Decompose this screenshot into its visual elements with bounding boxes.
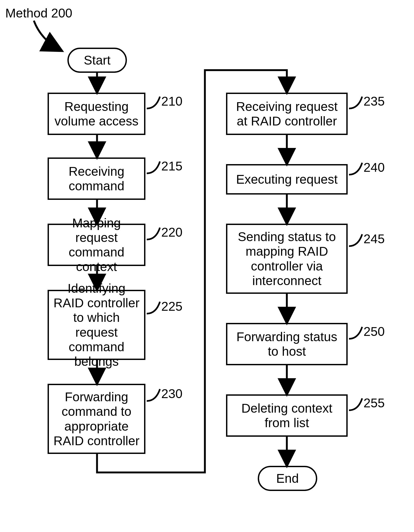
end-terminator: End (258, 466, 317, 491)
step-235: Receiving request at RAID controller (226, 93, 348, 135)
flowchart-canvas: Method 200 Start Requesting volume acces… (0, 0, 414, 532)
start-label: Start (84, 53, 111, 67)
step-210-num: 210 (161, 94, 182, 109)
step-210-text: Requesting volume access (52, 99, 141, 128)
step-240-text: Executing request (236, 172, 338, 187)
step-210: Requesting volume access (48, 93, 145, 135)
step-245: Sending status to mapping RAID controlle… (226, 224, 348, 294)
step-250-num: 250 (364, 324, 385, 339)
step-255: Deleting context from list (226, 394, 348, 437)
step-230-text: Forwarding command to appropriate RAID c… (52, 390, 141, 448)
step-235-text: Receiving request at RAID controller (230, 99, 344, 128)
end-label: End (276, 471, 299, 486)
step-215-text: Receiving command (52, 164, 141, 193)
step-220-num: 220 (161, 225, 182, 240)
step-240: Executing request (226, 164, 348, 195)
step-240-num: 240 (364, 160, 385, 175)
step-215: Receiving command (48, 157, 145, 200)
step-230: Forwarding command to appropriate RAID c… (48, 384, 145, 454)
step-250-text: Forwarding status to host (230, 330, 344, 359)
start-terminator: Start (67, 48, 127, 73)
step-215-num: 215 (161, 159, 182, 173)
step-220: Mapping request command context (48, 224, 145, 266)
step-225: Identifying RAID controller to which req… (48, 290, 145, 360)
step-225-num: 225 (161, 299, 182, 314)
method-title: Method 200 (5, 6, 72, 20)
step-255-text: Deleting context from list (230, 401, 344, 430)
step-245-num: 245 (364, 232, 385, 246)
step-220-text: Mapping request command context (52, 216, 141, 274)
step-255-num: 255 (364, 396, 385, 410)
step-225-text: Identifying RAID controller to which req… (52, 281, 141, 369)
step-230-num: 230 (161, 386, 182, 401)
step-250: Forwarding status to host (226, 323, 348, 365)
step-235-num: 235 (364, 94, 385, 109)
step-245-text: Sending status to mapping RAID controlle… (230, 229, 344, 288)
